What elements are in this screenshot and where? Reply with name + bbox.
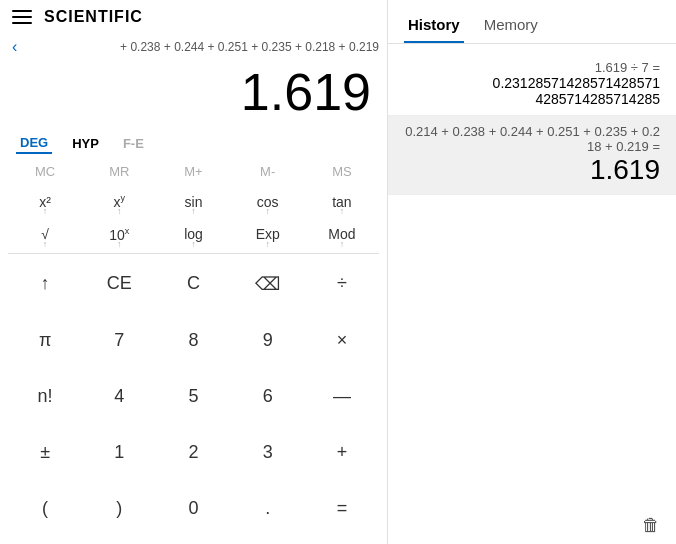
history-tab[interactable]: History: [404, 8, 464, 43]
two-button[interactable]: 2: [156, 424, 230, 480]
ce-button[interactable]: CE: [82, 256, 156, 313]
four-button[interactable]: 4: [82, 368, 156, 424]
numpad: ↑ CE C ⌫ ÷ π 7 8 9 × n! 4 5 6 — ± 1 2 3 …: [0, 256, 387, 545]
pi-button[interactable]: π: [8, 312, 82, 368]
result-display: 1.619: [16, 64, 371, 121]
one-button[interactable]: 1: [82, 424, 156, 480]
history-entry-2: 0.214 + 0.238 + 0.244 + 0.251 + 0.235 + …: [388, 116, 676, 195]
mc-button[interactable]: MC: [8, 158, 82, 185]
shift-button[interactable]: ↑: [8, 256, 82, 313]
subtract-button[interactable]: —: [305, 368, 379, 424]
multiply-button[interactable]: ×: [305, 312, 379, 368]
equals-button[interactable]: =: [305, 480, 379, 536]
hamburger-menu-icon[interactable]: [12, 10, 32, 24]
sqrt-button[interactable]: √↑: [8, 218, 82, 251]
mr-button[interactable]: MR: [82, 158, 156, 185]
exp-button[interactable]: Exp↑: [231, 218, 305, 251]
xy-button[interactable]: xy↑: [82, 185, 156, 218]
history-expr-1: 1.619 ÷ 7 =: [404, 60, 660, 75]
calc-title: SCIENTIFIC: [44, 8, 143, 26]
tan-button[interactable]: tan↑: [305, 185, 379, 218]
hyp-mode-button[interactable]: HYP: [68, 133, 103, 154]
five-button[interactable]: 5: [156, 368, 230, 424]
close-paren-button[interactable]: ): [82, 480, 156, 536]
cos-button[interactable]: cos↑: [231, 185, 305, 218]
nine-button[interactable]: 9: [231, 312, 305, 368]
divider: [8, 253, 379, 254]
mminus-button[interactable]: M-: [231, 158, 305, 185]
sci-row-1: x²↑ xy↑ sin↑ cos↑ tan↑: [0, 185, 387, 218]
history-expr-2: 0.214 + 0.238 + 0.244 + 0.251 + 0.235 + …: [404, 124, 660, 154]
calc-header: SCIENTIFIC: [0, 0, 387, 34]
sin-button[interactable]: sin↑: [156, 185, 230, 218]
mod-button[interactable]: Mod↑: [305, 218, 379, 251]
back-arrow-button[interactable]: ‹: [8, 36, 21, 58]
factorial-button[interactable]: n!: [8, 368, 82, 424]
ms-button[interactable]: MS: [305, 158, 379, 185]
six-button[interactable]: 6: [231, 368, 305, 424]
calc-display: 1.619: [0, 60, 387, 129]
expression-display: + 0.238 + 0.244 + 0.251 + 0.235 + 0.218 …: [21, 40, 379, 54]
clear-history-button[interactable]: 🗑: [642, 515, 660, 536]
backspace-button[interactable]: ⌫: [231, 256, 305, 313]
expression-row: ‹ + 0.238 + 0.244 + 0.251 + 0.235 + 0.21…: [0, 34, 387, 60]
memory-tab[interactable]: Memory: [480, 8, 542, 43]
calculator-panel: SCIENTIFIC ‹ + 0.238 + 0.244 + 0.251 + 0…: [0, 0, 388, 544]
eight-button[interactable]: 8: [156, 312, 230, 368]
log-button[interactable]: log↑: [156, 218, 230, 251]
open-paren-button[interactable]: (: [8, 480, 82, 536]
10x-button[interactable]: 10x↑: [82, 218, 156, 251]
deg-mode-button[interactable]: DEG: [16, 133, 52, 154]
history-footer: 🗑: [388, 507, 676, 544]
fe-mode-button[interactable]: F-E: [119, 133, 148, 154]
history-content: 1.619 ÷ 7 = 0.23128571428571428571428571…: [388, 44, 676, 507]
memory-row: MC MR M+ M- MS: [0, 158, 387, 185]
plusminus-button[interactable]: ±: [8, 424, 82, 480]
clear-button[interactable]: C: [156, 256, 230, 313]
zero-button[interactable]: 0: [156, 480, 230, 536]
history-result-1: 0.231285714285714285714285714285714285: [404, 75, 660, 107]
sci-row-2: √↑ 10x↑ log↑ Exp↑ Mod↑: [0, 218, 387, 251]
history-entry-1: 1.619 ÷ 7 = 0.23128571428571428571428571…: [388, 52, 676, 116]
mode-row: DEG HYP F-E: [0, 129, 387, 158]
three-button[interactable]: 3: [231, 424, 305, 480]
history-panel: History Memory 1.619 ÷ 7 = 0.23128571428…: [388, 0, 676, 544]
add-button[interactable]: +: [305, 424, 379, 480]
seven-button[interactable]: 7: [82, 312, 156, 368]
decimal-button[interactable]: .: [231, 480, 305, 536]
mplus-button[interactable]: M+: [156, 158, 230, 185]
divide-button[interactable]: ÷: [305, 256, 379, 313]
xsquared-button[interactable]: x²↑: [8, 185, 82, 218]
history-result-2: 1.619: [404, 154, 660, 186]
history-tabs: History Memory: [388, 0, 676, 44]
